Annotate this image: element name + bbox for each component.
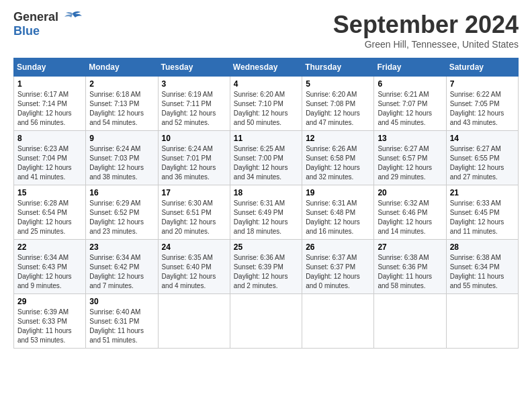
calendar-cell: 18 Sunrise: 6:31 AMSunset: 6:49 PMDaylig… xyxy=(230,185,302,240)
month-title: September 2024 xyxy=(333,11,519,39)
calendar-cell xyxy=(446,294,518,349)
day-number: 16 xyxy=(89,188,154,197)
day-number: 11 xyxy=(234,134,298,143)
day-info: Sunrise: 6:30 AMSunset: 6:51 PMDaylight:… xyxy=(162,199,226,236)
calendar-cell: 19 Sunrise: 6:31 AMSunset: 6:48 PMDaylig… xyxy=(302,185,374,240)
calendar-cell: 9 Sunrise: 6:24 AMSunset: 7:03 PMDayligh… xyxy=(86,131,158,185)
day-info: Sunrise: 6:29 AMSunset: 6:52 PMDaylight:… xyxy=(89,199,154,236)
day-info: Sunrise: 6:20 AMSunset: 7:10 PMDaylight:… xyxy=(234,90,298,128)
day-info: Sunrise: 6:39 AMSunset: 6:33 PMDaylight:… xyxy=(17,308,82,345)
day-info: Sunrise: 6:31 AMSunset: 6:49 PMDaylight:… xyxy=(234,199,298,236)
calendar-cell: 1 Sunrise: 6:17 AMSunset: 7:14 PMDayligh… xyxy=(14,77,86,131)
day-info: Sunrise: 6:20 AMSunset: 7:08 PMDaylight:… xyxy=(306,90,370,128)
logo-bird-icon xyxy=(63,11,82,24)
calendar-week-row: 22 Sunrise: 6:34 AMSunset: 6:43 PMDaylig… xyxy=(14,240,519,294)
day-info: Sunrise: 6:34 AMSunset: 6:42 PMDaylight:… xyxy=(89,253,154,291)
calendar-cell: 8 Sunrise: 6:23 AMSunset: 7:04 PMDayligh… xyxy=(14,131,86,185)
calendar-cell: 25 Sunrise: 6:36 AMSunset: 6:39 PMDaylig… xyxy=(230,240,302,294)
day-number: 6 xyxy=(378,79,442,89)
calendar-cell: 15 Sunrise: 6:28 AMSunset: 6:54 PMDaylig… xyxy=(14,185,86,240)
day-info: Sunrise: 6:26 AMSunset: 6:58 PMDaylight:… xyxy=(306,144,370,182)
day-number: 2 xyxy=(89,79,154,89)
weekday-header-friday: Friday xyxy=(374,58,446,77)
day-number: 1 xyxy=(17,79,82,89)
calendar-cell xyxy=(158,294,230,349)
day-number: 9 xyxy=(89,134,154,143)
day-number: 30 xyxy=(89,297,154,306)
calendar-cell: 30 Sunrise: 6:40 AMSunset: 6:31 PMDaylig… xyxy=(86,294,158,349)
day-number: 18 xyxy=(234,188,298,197)
day-number: 26 xyxy=(306,242,370,252)
day-number: 14 xyxy=(450,134,515,143)
day-info: Sunrise: 6:17 AMSunset: 7:14 PMDaylight:… xyxy=(17,90,82,128)
day-info: Sunrise: 6:40 AMSunset: 6:31 PMDaylight:… xyxy=(89,308,154,345)
calendar-week-row: 15 Sunrise: 6:28 AMSunset: 6:54 PMDaylig… xyxy=(14,185,519,240)
calendar-table: SundayMondayTuesdayWednesdayThursdayFrid… xyxy=(13,58,519,349)
day-info: Sunrise: 6:34 AMSunset: 6:43 PMDaylight:… xyxy=(17,253,82,291)
calendar-cell: 3 Sunrise: 6:19 AMSunset: 7:11 PMDayligh… xyxy=(158,77,230,131)
day-number: 27 xyxy=(378,242,442,252)
day-number: 8 xyxy=(17,134,82,143)
weekday-header-saturday: Saturday xyxy=(446,58,518,77)
day-info: Sunrise: 6:18 AMSunset: 7:13 PMDaylight:… xyxy=(89,90,154,128)
day-number: 29 xyxy=(17,297,82,306)
day-number: 4 xyxy=(234,79,298,89)
day-info: Sunrise: 6:28 AMSunset: 6:54 PMDaylight:… xyxy=(17,199,82,236)
day-number: 13 xyxy=(378,134,442,143)
day-number: 15 xyxy=(17,188,82,197)
calendar-cell: 21 Sunrise: 6:33 AMSunset: 6:45 PMDaylig… xyxy=(446,185,518,240)
day-number: 3 xyxy=(162,79,226,89)
day-number: 7 xyxy=(450,79,515,89)
calendar-week-row: 8 Sunrise: 6:23 AMSunset: 7:04 PMDayligh… xyxy=(14,131,519,185)
weekday-header-tuesday: Tuesday xyxy=(158,58,230,77)
title-block: September 2024 Green Hill, Tennessee, Un… xyxy=(333,11,519,50)
calendar-cell: 7 Sunrise: 6:22 AMSunset: 7:05 PMDayligh… xyxy=(446,77,518,131)
calendar-cell: 10 Sunrise: 6:24 AMSunset: 7:01 PMDaylig… xyxy=(158,131,230,185)
weekday-header-row: SundayMondayTuesdayWednesdayThursdayFrid… xyxy=(14,58,519,77)
calendar-cell: 6 Sunrise: 6:21 AMSunset: 7:07 PMDayligh… xyxy=(374,77,446,131)
calendar-cell: 17 Sunrise: 6:30 AMSunset: 6:51 PMDaylig… xyxy=(158,185,230,240)
calendar-cell: 5 Sunrise: 6:20 AMSunset: 7:08 PMDayligh… xyxy=(302,77,374,131)
day-info: Sunrise: 6:24 AMSunset: 7:03 PMDaylight:… xyxy=(89,144,154,182)
day-number: 24 xyxy=(162,242,226,252)
calendar-cell xyxy=(374,294,446,349)
day-number: 25 xyxy=(234,242,298,252)
day-number: 5 xyxy=(306,79,370,89)
day-number: 22 xyxy=(17,242,82,252)
calendar-cell: 2 Sunrise: 6:18 AMSunset: 7:13 PMDayligh… xyxy=(86,77,158,131)
calendar-week-row: 1 Sunrise: 6:17 AMSunset: 7:14 PMDayligh… xyxy=(14,77,519,131)
day-number: 19 xyxy=(306,188,370,197)
day-info: Sunrise: 6:19 AMSunset: 7:11 PMDaylight:… xyxy=(162,90,226,128)
day-info: Sunrise: 6:27 AMSunset: 6:55 PMDaylight:… xyxy=(450,144,515,182)
calendar-cell: 29 Sunrise: 6:39 AMSunset: 6:33 PMDaylig… xyxy=(14,294,86,349)
day-info: Sunrise: 6:33 AMSunset: 6:45 PMDaylight:… xyxy=(450,199,515,236)
calendar-cell: 16 Sunrise: 6:29 AMSunset: 6:52 PMDaylig… xyxy=(86,185,158,240)
day-info: Sunrise: 6:21 AMSunset: 7:07 PMDaylight:… xyxy=(378,90,442,128)
day-info: Sunrise: 6:36 AMSunset: 6:39 PMDaylight:… xyxy=(234,253,298,291)
calendar-cell: 13 Sunrise: 6:27 AMSunset: 6:57 PMDaylig… xyxy=(374,131,446,185)
day-info: Sunrise: 6:35 AMSunset: 6:40 PMDaylight:… xyxy=(162,253,226,291)
weekday-header-monday: Monday xyxy=(86,58,158,77)
day-number: 23 xyxy=(89,242,154,252)
day-number: 20 xyxy=(378,188,442,197)
day-number: 28 xyxy=(450,242,515,252)
weekday-header-thursday: Thursday xyxy=(302,58,374,77)
day-info: Sunrise: 6:38 AMSunset: 6:34 PMDaylight:… xyxy=(450,253,515,291)
calendar-cell: 26 Sunrise: 6:37 AMSunset: 6:37 PMDaylig… xyxy=(302,240,374,294)
weekday-header-sunday: Sunday xyxy=(14,58,86,77)
day-number: 17 xyxy=(162,188,226,197)
day-info: Sunrise: 6:22 AMSunset: 7:05 PMDaylight:… xyxy=(450,90,515,128)
day-info: Sunrise: 6:25 AMSunset: 7:00 PMDaylight:… xyxy=(234,144,298,182)
calendar-cell: 23 Sunrise: 6:34 AMSunset: 6:42 PMDaylig… xyxy=(86,240,158,294)
day-info: Sunrise: 6:31 AMSunset: 6:48 PMDaylight:… xyxy=(306,199,370,236)
day-info: Sunrise: 6:37 AMSunset: 6:37 PMDaylight:… xyxy=(306,253,370,291)
calendar-cell: 11 Sunrise: 6:25 AMSunset: 7:00 PMDaylig… xyxy=(230,131,302,185)
calendar-cell xyxy=(302,294,374,349)
location-subtitle: Green Hill, Tennessee, United States xyxy=(333,39,519,50)
day-info: Sunrise: 6:38 AMSunset: 6:36 PMDaylight:… xyxy=(378,253,442,291)
calendar-cell: 28 Sunrise: 6:38 AMSunset: 6:34 PMDaylig… xyxy=(446,240,518,294)
day-number: 21 xyxy=(450,188,515,197)
weekday-header-wednesday: Wednesday xyxy=(230,58,302,77)
calendar-cell: 27 Sunrise: 6:38 AMSunset: 6:36 PMDaylig… xyxy=(374,240,446,294)
day-info: Sunrise: 6:23 AMSunset: 7:04 PMDaylight:… xyxy=(17,144,82,182)
